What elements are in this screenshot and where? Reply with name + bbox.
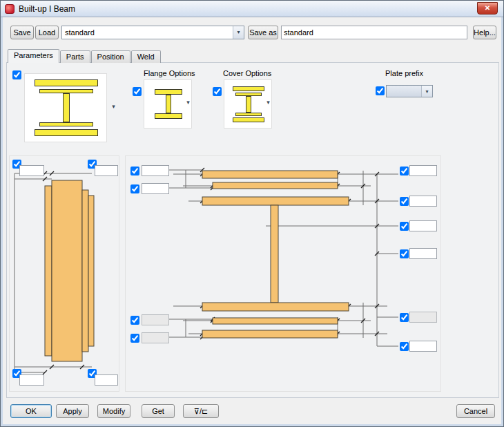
top-inner-plate	[213, 182, 338, 189]
cs-left-field-2[interactable]	[142, 183, 169, 194]
cs-left-field-1[interactable]	[142, 165, 169, 176]
cover-bottom-flange-bar	[235, 113, 262, 116]
save-as-button[interactable]: Save as	[248, 26, 278, 39]
get-button[interactable]: Get	[142, 404, 175, 418]
top-cover-plate	[202, 171, 338, 178]
bottom-inner-plate	[213, 318, 338, 324]
tab-weld[interactable]: Weld	[131, 50, 161, 63]
window-title: Built-up I Beam	[19, 4, 75, 14]
preview-web-bar	[63, 93, 70, 122]
cs-right-field-5[interactable]	[409, 312, 437, 323]
plate-prefix-label: Plate prefix	[385, 69, 423, 77]
help-button[interactable]: Help...	[473, 26, 496, 39]
flange-options-label: Flange Options	[144, 69, 195, 77]
bottom-cover-plate	[202, 330, 338, 338]
side-strip-right-1	[82, 190, 88, 352]
tab-strip: Parameters Parts Position Weld	[8, 50, 162, 63]
preview-top-cover-bar	[35, 79, 98, 86]
tab-parameters[interactable]: Parameters	[8, 49, 59, 63]
side-dim-field-bottom-right[interactable]	[95, 374, 118, 386]
cs-left-checkbox-1[interactable]	[130, 167, 139, 175]
plate-prefix-combobox[interactable]: ▾	[386, 85, 433, 97]
plate-prefix-checkbox[interactable]	[376, 86, 385, 95]
flange-options-checkbox[interactable]	[133, 87, 142, 96]
title-bar[interactable]: Built-up I Beam	[1, 1, 503, 17]
cs-right-checkbox-2[interactable]	[400, 197, 409, 206]
cs-right-checkbox-5[interactable]	[400, 313, 409, 322]
save-as-name-input[interactable]	[281, 26, 467, 39]
side-dim-field-top-right[interactable]	[95, 165, 118, 176]
cs-right-checkbox-4[interactable]	[400, 249, 409, 258]
cs-left-checkbox-3[interactable]	[130, 316, 139, 325]
side-strip-left	[45, 186, 52, 356]
preset-value: standard	[62, 28, 233, 37]
side-dim-field-bottom-left[interactable]	[19, 374, 44, 386]
save-button[interactable]: Save	[10, 26, 34, 39]
top-flange-plate	[202, 197, 349, 205]
apply-button[interactable]: Apply	[56, 404, 89, 418]
web-plate	[271, 205, 278, 303]
cs-right-field-2[interactable]	[409, 196, 437, 207]
app-logo-icon	[5, 4, 14, 14]
ok-button[interactable]: OK	[10, 404, 52, 418]
flange-web-bar	[166, 95, 171, 113]
tab-position[interactable]: Position	[91, 50, 130, 63]
cs-left-checkbox-2[interactable]	[130, 184, 139, 193]
cs-left-checkbox-4[interactable]	[130, 334, 139, 343]
chevron-down-icon[interactable]: ▾	[233, 26, 244, 39]
close-icon[interactable]: ✕	[477, 2, 498, 15]
load-button[interactable]: Load	[35, 26, 59, 39]
builtup-ibeam-dialog: Built-up I Beam ✕ Save Load standard ▾ S…	[0, 0, 504, 427]
cancel-button[interactable]: Cancel	[456, 404, 495, 418]
main-preview-dropdown-icon[interactable]: ▾	[109, 102, 118, 111]
main-profile-preview[interactable]	[24, 73, 107, 142]
cs-right-field-1[interactable]	[409, 165, 437, 176]
preset-combobox[interactable]: standard ▾	[61, 26, 244, 39]
flange-top-bar	[155, 89, 182, 95]
cs-right-field-4[interactable]	[409, 248, 437, 259]
cs-right-checkbox-1[interactable]	[400, 167, 409, 175]
tab-parts[interactable]: Parts	[60, 50, 90, 63]
cs-right-checkbox-6[interactable]	[400, 342, 409, 351]
flange-preview-dropdown-icon[interactable]: ▾	[184, 98, 193, 107]
side-strip-main	[52, 180, 82, 361]
flange-bottom-bar	[155, 113, 182, 119]
toggle-checkboxes-button[interactable]: ⊽/⊏	[183, 404, 219, 418]
bottom-flange-plate	[202, 303, 349, 311]
cover-top-cover-bar	[233, 86, 264, 91]
cover-options-checkbox[interactable]	[213, 87, 222, 96]
cover-preview-dropdown-icon[interactable]: ▾	[264, 98, 273, 107]
beam-cross-section-drawing	[125, 155, 441, 390]
main-profile-checkbox[interactable]	[12, 70, 21, 79]
side-strip-right-2	[88, 196, 94, 346]
preview-bottom-cover-bar	[35, 129, 98, 136]
cover-options-label: Cover Options	[223, 69, 271, 77]
cover-web-bar	[246, 96, 251, 113]
preview-bottom-flange-bar	[39, 122, 93, 126]
cs-right-field-3[interactable]	[409, 220, 437, 231]
beam-side-view-drawing	[9, 155, 119, 390]
cs-left-field-3[interactable]	[142, 314, 169, 325]
plate-prefix-value	[387, 91, 421, 92]
cover-bottom-cover-bar	[233, 117, 264, 122]
chevron-down-icon[interactable]: ▾	[421, 86, 432, 97]
cs-left-field-4[interactable]	[142, 332, 169, 343]
modify-button[interactable]: Modify	[97, 404, 130, 418]
cs-right-field-6[interactable]	[409, 341, 437, 352]
cs-right-checkbox-3[interactable]	[400, 222, 409, 231]
side-dim-field-top-left[interactable]	[19, 165, 44, 176]
